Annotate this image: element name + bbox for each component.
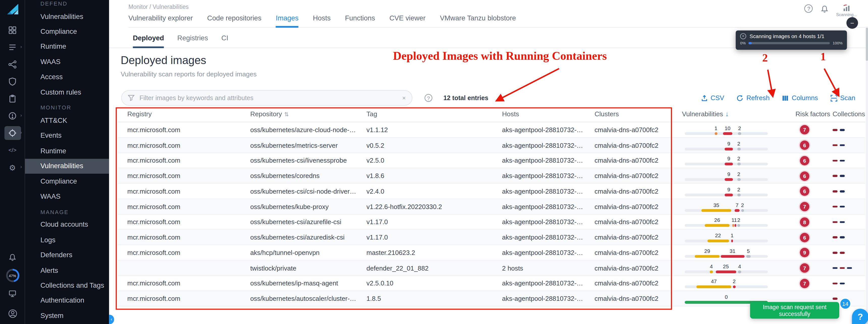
vulnerability-count: 2 [737, 217, 740, 223]
cell-risk-factors: 6 [786, 141, 823, 150]
tab-functions[interactable]: Functions [345, 14, 375, 27]
tab-images[interactable]: Images [276, 14, 299, 27]
sidebar-item-vulnerabilities[interactable]: Vulnerabilities [25, 9, 109, 24]
sidebar-item-att-ck[interactable]: ATT&CK [25, 113, 109, 128]
sidebar-item-compliance[interactable]: Compliance [25, 174, 109, 189]
user-profile-icon[interactable] [4, 306, 21, 320]
vulnerability-segment [725, 193, 733, 196]
subtab-ci[interactable]: CI [221, 34, 228, 47]
table-row[interactable]: mcr.microsoft.comaks/hcp/tunnel-openvpnm… [118, 245, 865, 260]
col-header-vulnerabilities[interactable]: Vulnerabilities↓ [673, 110, 786, 118]
scan-button[interactable]: Scan [830, 94, 856, 102]
vulnerability-bar: 3572 [685, 209, 768, 212]
dashboard-icon[interactable] [4, 23, 21, 37]
table-row[interactable]: mcr.microsoft.comoss/kubernetes-csi/azur… [118, 214, 865, 230]
sidebar-item-events[interactable]: Events [25, 128, 109, 143]
col-header-repository[interactable]: Repository⇅ [241, 110, 357, 118]
sidebar-item-authentication[interactable]: Authentication [25, 293, 109, 308]
cell-repository: oss/kubernetes/kube-proxy [241, 203, 357, 210]
sidebar-item-custom-rules[interactable]: Custom rules [25, 85, 109, 100]
incidents-alert-icon[interactable]: › [4, 109, 21, 123]
sidebar-item-access[interactable]: Access [25, 69, 109, 85]
col-header-clusters[interactable]: Clusters [585, 110, 673, 118]
table-row[interactable]: mcr.microsoft.comoss/kubernetes-csi/live… [118, 153, 865, 168]
csv-button[interactable]: CSV [701, 94, 724, 102]
close-icon[interactable]: × [740, 33, 746, 39]
defender-monitor-icon[interactable] [4, 286, 21, 300]
col-header-tag[interactable]: Tag [357, 110, 493, 118]
filter-help-icon[interactable]: ? [425, 94, 433, 102]
scan-progress-ring[interactable]: 47% [6, 269, 19, 282]
col-header-risk-factors[interactable]: Risk factors [786, 110, 823, 118]
col-header-hosts[interactable]: Hosts [493, 110, 585, 118]
cell-vulnerabilities: 3572 [673, 199, 786, 214]
col-header-registry[interactable]: Registry [118, 110, 241, 118]
subtab-registries[interactable]: Registries [177, 34, 208, 47]
sidebar-item-logs[interactable]: Logs [25, 232, 109, 248]
attack-target-icon[interactable]: › [4, 126, 21, 140]
sidebar-item-defenders[interactable]: Defenders [25, 248, 109, 263]
help-icon[interactable]: ? [805, 4, 813, 13]
toolbar: × ? 12 total entries CSV R [118, 90, 868, 106]
vulnerability-bar: 26112 [685, 224, 768, 227]
table-row[interactable]: mcr.microsoft.comoss/kubernetes/ip-masq-… [118, 276, 865, 291]
cell-collections [823, 252, 865, 254]
sidebar-item-waas[interactable]: WAAS [25, 54, 109, 69]
cell-repository: oss/kubernetes/coredns [241, 172, 357, 180]
cell-registry: mcr.microsoft.com [118, 203, 241, 210]
cell-hosts: aks-agentpool-28810732-vmss000... [493, 218, 585, 226]
sidebar-item-system[interactable]: System [25, 308, 109, 323]
cell-clusters: cmalvia-dns-a0700fc2 [585, 203, 673, 210]
vertical-scrollbar[interactable] [866, 27, 868, 324]
sidebar-item-alerts[interactable]: Alerts [25, 263, 109, 278]
notification-count-badge[interactable]: 14 [839, 297, 851, 310]
table-row[interactable]: mcr.microsoft.comoss/kubernetes/corednsv… [118, 168, 865, 184]
scanning-status[interactable]: Scanning... [836, 4, 857, 17]
notifications-bell-icon[interactable] [820, 4, 829, 13]
tab-hosts[interactable]: Hosts [313, 14, 331, 27]
shield-icon[interactable] [4, 75, 21, 89]
sidebar-item-runtime[interactable]: Runtime [25, 143, 109, 158]
table-row[interactable]: mcr.microsoft.comoss/kubernetes/metrics-… [118, 138, 865, 153]
tab-vmware-tanzu-blobstore[interactable]: VMware Tanzu blobstore [440, 14, 516, 27]
table-row[interactable]: twistlock/privatedefender_22_01_8822 hos… [118, 260, 865, 276]
tab-cve-viewer[interactable]: CVE viewer [389, 14, 426, 27]
tab-vulnerability-explorer[interactable]: Vulnerability explorer [128, 14, 193, 27]
breadcrumb[interactable]: Monitor / Vulnerabilities [128, 3, 868, 10]
notifications-bell-icon[interactable] [4, 251, 21, 264]
columns-icon [782, 94, 789, 102]
col-header-collections[interactable]: Collections [823, 110, 865, 118]
settings-gear-icon[interactable]: ⚙ › [4, 160, 21, 174]
columns-button[interactable]: Columns [782, 94, 818, 102]
vulnerability-segment [738, 270, 741, 273]
table-row[interactable]: mcr.microsoft.comoss/kubernetes-csi/azur… [118, 230, 865, 245]
sidebar-item-waas[interactable]: WAAS [25, 189, 109, 204]
sort-icon[interactable]: ⇅ [284, 111, 289, 117]
scrollbar-thumb[interactable] [866, 28, 868, 61]
help-chat-bubble[interactable]: ? [852, 309, 868, 324]
minimize-button[interactable]: − [846, 17, 858, 29]
sidebar-item-runtime[interactable]: Runtime [25, 39, 109, 54]
sidebar-item-collections-and-tags[interactable]: Collections and Tags [25, 278, 109, 293]
table-row[interactable]: mcr.microsoft.comoss/kubernetes/kube-pro… [118, 199, 865, 214]
pipeline-icon[interactable] [4, 58, 21, 71]
code-icon[interactable]: </> [4, 143, 21, 157]
page-subtitle: Vulnerability scan reports for deployed … [121, 70, 868, 78]
table-row[interactable]: mcr.microsoft.comoss/kubernetes/azure-cl… [118, 122, 865, 138]
subtab-deployed[interactable]: Deployed [133, 34, 164, 47]
compliance-clipboard-icon[interactable] [4, 92, 21, 106]
rules-list-icon[interactable]: › [4, 40, 21, 54]
table-row[interactable]: mcr.microsoft.comoss/kubernetes-csi/csi-… [118, 184, 865, 199]
cell-vulnerabilities: 92 [673, 184, 786, 199]
clear-filter-icon[interactable]: × [402, 95, 406, 101]
sidebar-item-cloud-accounts[interactable]: Cloud accounts [25, 217, 109, 232]
collection-dash [840, 206, 845, 208]
tab-code-repositories[interactable]: Code repositories [207, 14, 261, 27]
sort-desc-icon[interactable]: ↓ [725, 110, 729, 118]
filter-input[interactable] [138, 94, 398, 102]
sidebar-item-vulnerabilities[interactable]: Vulnerabilities [25, 159, 109, 174]
filter-box[interactable]: × [121, 90, 412, 106]
refresh-button[interactable]: Refresh [736, 94, 770, 102]
sidebar-item-compliance[interactable]: Compliance [25, 24, 109, 39]
collection-dash [833, 160, 838, 162]
